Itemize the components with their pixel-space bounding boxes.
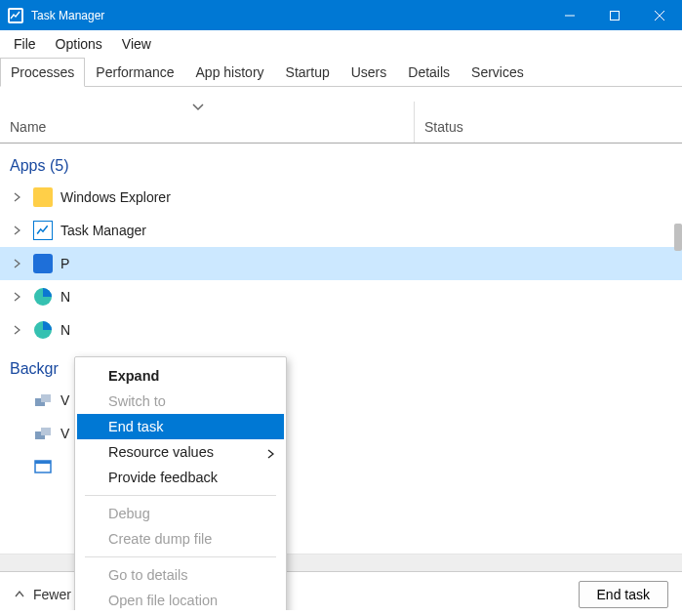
group-apps[interactable]: Apps (5) [0, 144, 682, 181]
context-expand[interactable]: Expand [77, 363, 284, 389]
minimize-button[interactable] [547, 0, 592, 30]
context-resource-values[interactable]: Resource values [77, 439, 284, 465]
end-task-button[interactable]: End task [579, 581, 668, 608]
svg-rect-13 [35, 461, 51, 464]
submenu-arrow-icon [266, 446, 274, 462]
svg-rect-2 [611, 11, 620, 20]
process-name: N [60, 322, 70, 338]
app-icon [8, 8, 23, 23]
context-separator [85, 495, 276, 496]
service-icon [33, 390, 53, 410]
sort-chevron-icon[interactable] [191, 99, 205, 114]
context-resource-values-label: Resource values [108, 444, 214, 460]
tab-users[interactable]: Users [341, 58, 398, 87]
tab-details[interactable]: Details [397, 58, 461, 87]
process-name: V [60, 392, 69, 408]
context-provide-feedback[interactable]: Provide feedback [77, 465, 284, 490]
fewer-details-label: Fewer [33, 587, 71, 602]
menubar: File Options View [0, 30, 682, 57]
column-name[interactable]: Name [0, 119, 414, 143]
process-name: N [60, 289, 70, 305]
context-switch-to: Switch to [77, 389, 284, 414]
window-title: Task Manager [31, 9, 547, 22]
process-row[interactable]: N [0, 313, 682, 347]
edge-icon [33, 320, 53, 340]
context-create-dump: Create dump file [77, 526, 284, 552]
process-name: P [60, 256, 69, 271]
expand-chevron-icon[interactable] [8, 226, 25, 235]
column-header: Name Status [0, 87, 682, 144]
context-debug: Debug [77, 501, 284, 526]
fewer-details-button[interactable]: Fewer [14, 587, 71, 602]
process-name: Windows Explorer [60, 189, 171, 205]
maximize-button[interactable] [592, 0, 637, 30]
expand-chevron-icon[interactable] [8, 192, 25, 202]
process-name: Task Manager [60, 223, 146, 238]
edge-icon [33, 287, 53, 307]
context-separator [85, 556, 276, 557]
context-open-file-location: Open file location [77, 588, 284, 610]
context-menu: Expand Switch to End task Resource value… [74, 356, 287, 610]
expand-chevron-icon[interactable] [8, 292, 25, 302]
process-row-selected[interactable]: P [0, 247, 682, 280]
app-icon [33, 254, 53, 273]
close-button[interactable] [637, 0, 682, 30]
process-row[interactable]: Windows Explorer [0, 181, 682, 214]
column-status[interactable]: Status [414, 102, 682, 143]
tab-startup[interactable]: Startup [275, 58, 341, 87]
task-manager-icon [33, 221, 53, 240]
menu-file[interactable]: File [4, 33, 46, 55]
process-row[interactable]: Task Manager [0, 214, 682, 247]
titlebar: Task Manager [0, 0, 682, 30]
process-name: V [60, 426, 69, 441]
window-icon [33, 457, 53, 476]
process-list: Apps (5) Windows Explorer Task Manager P… [0, 144, 682, 610]
tab-services[interactable]: Services [461, 58, 535, 87]
scrollbar-thumb[interactable] [674, 224, 682, 251]
explorer-icon [33, 187, 53, 207]
service-icon [33, 424, 53, 443]
group-apps-label: Apps [10, 157, 45, 174]
expand-chevron-icon[interactable] [8, 259, 25, 268]
tab-processes[interactable]: Processes [0, 58, 85, 87]
context-end-task[interactable]: End task [77, 414, 284, 439]
tab-app-history[interactable]: App history [185, 58, 275, 87]
menu-options[interactable]: Options [46, 33, 112, 55]
svg-rect-9 [41, 394, 51, 402]
tabs: Processes Performance App history Startu… [0, 57, 682, 87]
group-apps-count: (5) [50, 157, 69, 174]
process-row[interactable]: N [0, 280, 682, 313]
context-go-to-details: Go to details [77, 562, 284, 588]
tab-performance[interactable]: Performance [85, 58, 184, 87]
menu-view[interactable]: View [112, 33, 161, 55]
expand-chevron-icon[interactable] [8, 325, 25, 335]
svg-rect-11 [41, 428, 51, 435]
